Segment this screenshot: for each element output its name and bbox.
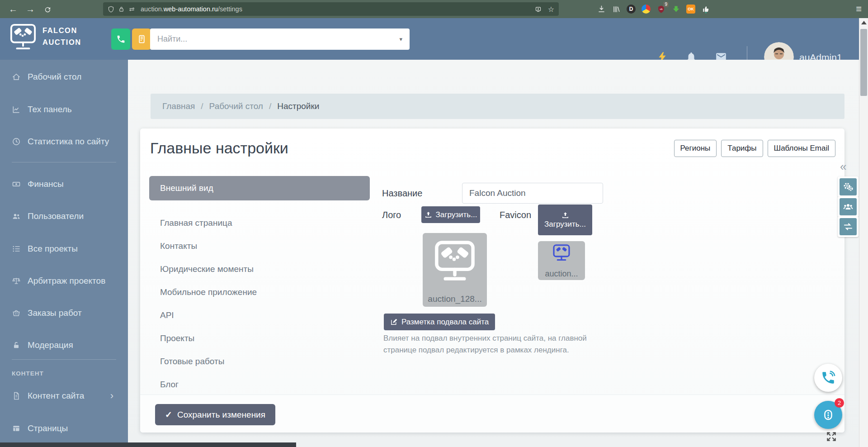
sidebar-item-desktop[interactable]: Рабочий стол [0, 69, 128, 85]
list-icon [12, 244, 22, 253]
tab-home-page[interactable]: Главная страница [149, 211, 370, 234]
extension-thumb-icon[interactable] [700, 4, 711, 14]
exchange-tool-button[interactable] [838, 216, 859, 237]
bookmark-star-icon[interactable]: ☆ [548, 5, 554, 14]
phone-icon [116, 34, 126, 44]
brand-name: FALCON AUCTION [42, 24, 81, 48]
site-permissions-icon[interactable] [128, 6, 135, 13]
footer-markup-button[interactable]: Разметка подвала сайта [384, 314, 495, 330]
fullscreen-toggle-icon[interactable] [826, 431, 837, 442]
tab-api[interactable]: API [149, 304, 370, 327]
sidebar-item-users[interactable]: Пользователи [0, 209, 128, 224]
upload-favicon-button[interactable]: Загрузить... [538, 204, 592, 235]
group-icon [840, 198, 857, 215]
call-button[interactable] [111, 29, 130, 50]
email-templates-button[interactable]: Шаблоны Email [768, 140, 835, 157]
app-header: FALCON AUCTION ▾ [0, 18, 868, 60]
tracking-shield-icon[interactable] [108, 6, 114, 13]
notes-icon [137, 34, 146, 44]
search-dropdown-caret-icon[interactable]: ▾ [399, 36, 410, 43]
tab-finished-works[interactable]: Готовые работы [149, 350, 370, 373]
site-name-input[interactable] [462, 183, 603, 204]
sidebar-item-tech-panel[interactable]: Тех панель [0, 102, 128, 117]
color-wheel-extension-icon[interactable] [641, 4, 651, 14]
tab-contacts[interactable]: Контакты [149, 234, 370, 257]
sidebar-item-finance[interactable]: Финансы [0, 176, 128, 192]
falcon-auction-logo[interactable] [9, 22, 37, 55]
upload-icon [425, 211, 432, 219]
save-page-icon[interactable] [535, 6, 542, 13]
regions-button[interactable]: Регионы [674, 140, 717, 157]
sidebar-item-label: Страницы [28, 423, 68, 433]
page-scrollbar[interactable] [859, 18, 868, 447]
downloads-icon[interactable] [596, 4, 607, 14]
address-bar[interactable]: auction.web-automation.ru/settings ☆ [103, 2, 559, 16]
file-icon [12, 391, 22, 400]
sidebar-item-arbitration[interactable]: Арбитраж проектов [0, 273, 128, 289]
chart-icon [12, 105, 22, 114]
sidebar-item-site-content[interactable]: Контент сайта › [0, 388, 128, 404]
sidebar-item-label: Контент сайта [28, 391, 84, 401]
favicon-filename: auction... [538, 269, 585, 279]
lock-icon[interactable] [118, 6, 125, 13]
favicon-preview[interactable]: auction... [538, 241, 585, 280]
sidebar-item-moderation[interactable]: Модерация [0, 338, 128, 353]
save-button[interactable]: ✓ Сохранить изменения [155, 404, 275, 425]
breadcrumb-current: Настройки [277, 101, 319, 111]
home-icon [12, 72, 22, 81]
ublock-icon[interactable]: ub 9 [656, 4, 666, 14]
card-footer: ✓ Сохранить изменения [140, 395, 844, 433]
group-tool-button[interactable] [838, 196, 859, 217]
reload-icon [44, 6, 52, 14]
bottom-edge-strip [0, 442, 296, 447]
clock-icon [12, 137, 22, 146]
sidebar-item-label: Все проекты [28, 244, 78, 254]
search-input[interactable] [150, 34, 399, 44]
callback-widget-button[interactable] [814, 364, 842, 392]
breadcrumb-desktop[interactable]: Рабочий стол [209, 101, 263, 111]
sidebar-item-label: Модерация [28, 340, 73, 350]
breadcrumb-home[interactable]: Главная [162, 101, 195, 111]
chat-widget-icon [821, 408, 835, 422]
sidebar-item-site-stats[interactable]: Статистика по сайту [0, 134, 128, 149]
extension-d-icon[interactable]: D [626, 4, 637, 14]
upload-logo-button[interactable]: Загрузить... [421, 206, 480, 223]
browser-reload-button[interactable] [41, 2, 54, 16]
sidebar-section-content: КОНТЕНТ [12, 370, 44, 377]
gears-icon [840, 178, 857, 195]
browser-menu-button[interactable]: ≡ [856, 3, 862, 15]
logo-preview-icon [431, 238, 478, 285]
settings-tool-button[interactable] [838, 176, 859, 197]
phone-ring-icon [821, 370, 836, 385]
library-icon[interactable] [611, 4, 622, 14]
tab-blog[interactable]: Блог [149, 373, 370, 396]
browser-forward-button[interactable]: → [24, 2, 37, 16]
screen: ← → auction.web-automation.ru/settings ☆… [0, 0, 868, 447]
browser-back-button[interactable]: ← [6, 2, 20, 16]
upload-icon [561, 211, 569, 219]
lock-open-icon [12, 341, 22, 350]
site-name-label: Название [382, 188, 422, 199]
sidebar-item-pages[interactable]: Страницы [0, 421, 128, 436]
sidebar-item-work-orders[interactable]: Заказы работ [0, 305, 128, 321]
tab-projects[interactable]: Проекты [149, 327, 370, 350]
scales-icon [12, 276, 22, 285]
odnoklassniki-icon[interactable]: OK [685, 4, 696, 14]
tariffs-button[interactable]: Тарифы [721, 140, 763, 157]
tab-mobile-app[interactable]: Мобильное приложение [149, 281, 370, 304]
url-domain: web-automation.ru [164, 5, 218, 13]
sidebar-item-all-projects[interactable]: Все проекты [0, 241, 128, 257]
video-download-icon[interactable] [670, 4, 681, 14]
collapse-panel-button[interactable]: « [840, 161, 846, 172]
sidebar-item-label: Тех панель [28, 105, 72, 114]
favicon-preview-icon [552, 243, 571, 263]
tab-legal[interactable]: Юридические моменты [149, 257, 370, 281]
logo-preview[interactable]: auction_128... [423, 233, 487, 307]
scrollbar-thumb[interactable] [860, 29, 867, 96]
messages-button[interactable] [132, 29, 151, 50]
chevron-right-icon: › [110, 391, 113, 400]
tab-appearance[interactable]: Внешний вид [149, 176, 370, 200]
scroll-up-arrow[interactable] [861, 21, 867, 24]
sidebar-divider [12, 359, 116, 360]
sidebar-item-label: Статистика по сайту [28, 137, 109, 147]
